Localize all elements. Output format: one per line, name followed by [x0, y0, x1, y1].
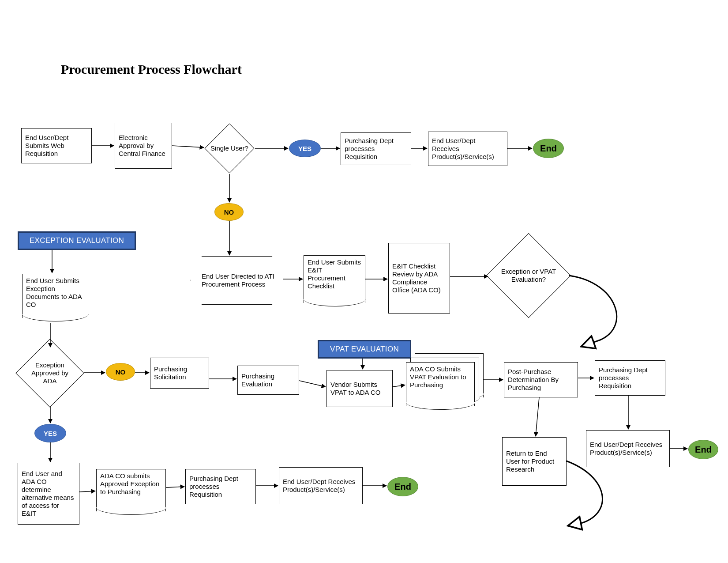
banner-exception-evaluation: EXCEPTION EVALUATION [18, 231, 136, 250]
node-ada-submits-vpat: ADA CO Submits VPAT Evaluation to Purcha… [406, 353, 485, 406]
branch-yes: YES [289, 140, 321, 157]
svg-line-1 [172, 146, 204, 147]
node-checklist-review: E&IT Checklist Review by ADA Compliance … [388, 243, 450, 314]
node-vendor-submits-vpat: Vendor Submits VPAT to ADA CO [326, 370, 393, 407]
label: End User and ADA CO determine alternativ… [22, 470, 75, 518]
decision-exception-or-vpat: Exception or VPAT Evaluation? [486, 233, 571, 318]
svg-line-26 [166, 487, 184, 487]
banner-vpat-evaluation: VPAT EVALUATION [318, 340, 411, 359]
node-purchasing-processes-1: Purchasing Dept processes Requisition [341, 132, 411, 165]
label: Purchasing Solicitation [154, 365, 205, 381]
label: ADA CO submits Approved Exception to Pur… [100, 472, 159, 495]
label: End User/Dept Receives Product(s)/Servic… [432, 137, 503, 161]
label: Post-Purchase Determination By Purchasin… [508, 368, 574, 392]
label: ADA CO Submits VPAT Evaluation to Purcha… [410, 365, 466, 389]
svg-line-16 [299, 381, 326, 387]
label: Vendor Submits VPAT to ADA CO [330, 381, 389, 397]
svg-line-19 [536, 397, 539, 436]
label: Purchasing Dept processes Requisition [599, 366, 661, 390]
node-eit-checklist: End User Submits E&IT Procurement Checkl… [304, 255, 365, 303]
branch-yes-2: YES [34, 424, 66, 442]
label: Electronic Approval by Central Finance [119, 134, 168, 158]
node-return-to-user: Return to End User for Product Research [502, 437, 567, 486]
node-dept-processes-2: Purchasing Dept processes Requisition [185, 469, 256, 504]
node-ada-submits-exception: ADA CO submits Approved Exception to Pur… [96, 469, 166, 511]
label: Purchasing Dept processes Requisition [189, 475, 252, 499]
node-dept-processes-3: Purchasing Dept processes Requisition [595, 360, 665, 396]
node-receives-3: End User/Dept Receives Product(s)/Servic… [586, 430, 670, 467]
terminator-end-3: End [688, 440, 718, 459]
page-title: Procurement Process Flowchart [61, 62, 242, 77]
decision-exception-approved: Exception Approved by ADA [15, 339, 84, 408]
node-ati-process: End User Directed to ATI Procurement Pro… [191, 256, 283, 305]
label: Purchasing Dept processes Requisition [345, 137, 407, 161]
label: End User/Dept Receives Product(s)/Servic… [283, 478, 359, 494]
label: Single User? [205, 144, 253, 152]
label: Purchasing Evaluation [241, 372, 295, 388]
node-purchasing-solicitation: Purchasing Solicitation [150, 358, 209, 389]
label: End User Submits Exception Documents to … [26, 277, 82, 308]
terminator-end-1: End [533, 139, 564, 158]
label: Exception Approved by ADA [26, 361, 74, 385]
label: End User/Dept Receives Product(s)/Servic… [590, 441, 666, 457]
branch-no-2: NO [106, 363, 135, 381]
node-submit-exception-docs: End User Submits Exception Documents to … [22, 274, 88, 318]
node-post-purchase-determination: Post-Purchase Determination By Purchasin… [504, 362, 578, 397]
label: Exception or VPAT Evaluation? [487, 268, 570, 283]
node-determine-alternative: End User and ADA CO determine alternativ… [18, 463, 79, 525]
node-submit-web-requisition: End User/Dept Submits Web Requisition [21, 128, 92, 163]
label: End User/Dept Submits Web Requisition [25, 134, 88, 158]
label: End User Directed to ATI Procurement Pro… [197, 272, 277, 288]
node-receives-1: End User/Dept Receives Product(s)/Servic… [428, 132, 507, 166]
terminator-end-2: End [387, 477, 418, 496]
node-receives-2: End User/Dept Receives Product(s)/Servic… [279, 467, 363, 504]
label: End User Submits E&IT Procurement Checkl… [308, 258, 361, 290]
svg-line-25 [79, 491, 95, 492]
svg-line-17 [393, 385, 405, 387]
node-purchasing-evaluation: Purchasing Evaluation [237, 366, 299, 395]
label: Return to End User for Product Research [506, 450, 563, 473]
flowchart-canvas: Procurement Process Flowchart End User/D… [0, 0, 728, 563]
decision-single-user: Single User? [204, 123, 254, 173]
branch-no-1: NO [214, 203, 244, 221]
node-electronic-approval: Electronic Approval by Central Finance [115, 123, 172, 169]
label: E&IT Checklist Review by ADA Compliance … [392, 262, 446, 294]
